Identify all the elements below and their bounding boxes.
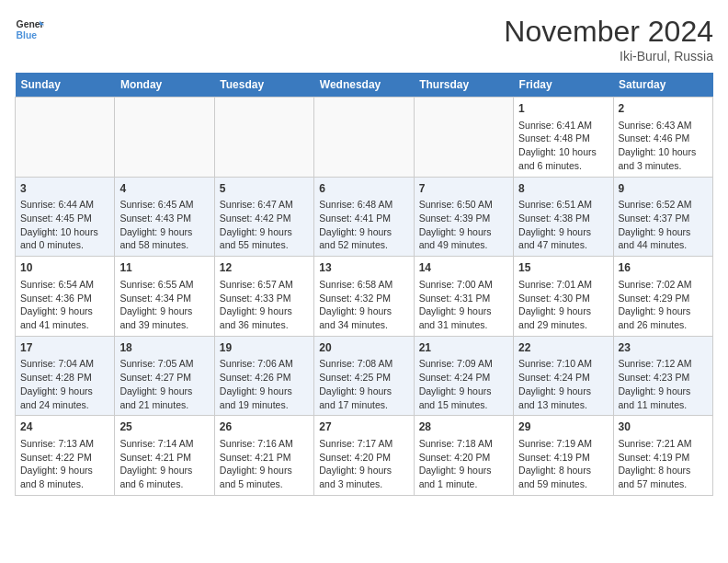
day-content-line: and 6 minutes.: [518, 159, 608, 173]
month-title: November 2024: [504, 15, 713, 49]
day-content-line: Daylight: 9 hours: [119, 464, 209, 477]
day-content-line: Sunrise: 7:13 AM: [20, 437, 109, 451]
day-content-line: Sunset: 4:24 PM: [518, 371, 608, 385]
day-content-line: Daylight: 9 hours: [319, 304, 408, 318]
day-content-line: Daylight: 9 hours: [220, 464, 309, 477]
day-content-line: and 57 minutes.: [619, 477, 708, 491]
day-content-line: and 21 minutes.: [119, 398, 209, 412]
day-number: 16: [619, 260, 708, 276]
day-content-line: Sunrise: 7:10 AM: [518, 357, 608, 371]
day-content-line: Daylight: 10 hours: [518, 145, 608, 159]
day-number: 21: [419, 340, 508, 356]
calendar-table: SundayMondayTuesdayWednesdayThursdayFrid…: [15, 73, 713, 496]
day-content-line: Sunset: 4:26 PM: [220, 371, 309, 385]
day-content-line: Daylight: 8 hours: [619, 464, 708, 477]
day-number: 9: [619, 181, 708, 197]
calendar-cell: 4Sunrise: 6:45 AMSunset: 4:43 PMDaylight…: [115, 177, 214, 257]
day-content-line: Sunset: 4:30 PM: [518, 292, 608, 305]
calendar-cell: 22Sunrise: 7:10 AMSunset: 4:24 PMDayligh…: [514, 336, 613, 416]
day-number: 23: [619, 340, 708, 356]
day-number: 14: [419, 260, 508, 276]
day-content-line: Daylight: 9 hours: [518, 225, 608, 239]
day-content-line: Sunrise: 7:18 AM: [419, 437, 508, 451]
day-content-line: Sunset: 4:34 PM: [119, 292, 209, 305]
calendar-cell: 27Sunrise: 7:17 AMSunset: 4:20 PMDayligh…: [314, 416, 414, 496]
header-friday: Friday: [514, 73, 613, 98]
day-content-line: Sunset: 4:43 PM: [119, 212, 209, 225]
day-content-line: Sunrise: 7:16 AM: [220, 437, 309, 451]
day-content-line: Sunset: 4:28 PM: [20, 371, 109, 385]
day-content-line: and 3 minutes.: [619, 159, 708, 173]
day-number: 28: [419, 419, 508, 435]
calendar-cell: 9Sunrise: 6:52 AMSunset: 4:37 PMDaylight…: [613, 177, 712, 257]
day-content-line: Daylight: 9 hours: [619, 225, 708, 239]
day-number: 1: [518, 101, 608, 117]
day-content-line: and 58 minutes.: [119, 238, 209, 252]
day-content-line: Sunset: 4:42 PM: [220, 212, 309, 225]
day-content-line: and 52 minutes.: [319, 238, 408, 252]
day-content-line: Sunrise: 7:08 AM: [319, 357, 408, 371]
day-content-line: Sunrise: 7:04 AM: [20, 357, 109, 371]
day-content-line: Sunrise: 7:06 AM: [220, 357, 309, 371]
day-content-line: Sunrise: 7:09 AM: [419, 357, 508, 371]
day-content-line: Sunrise: 6:50 AM: [419, 198, 508, 212]
header-sunday: Sunday: [16, 73, 115, 98]
day-number: 18: [119, 340, 209, 356]
day-number: 24: [20, 419, 109, 435]
day-content-line: Sunset: 4:20 PM: [419, 451, 508, 465]
day-content-line: and 55 minutes.: [220, 238, 309, 252]
day-number: 17: [20, 340, 109, 356]
day-content-line: Sunrise: 7:05 AM: [119, 357, 209, 371]
day-content-line: Sunset: 4:24 PM: [419, 371, 508, 385]
calendar-cell: 14Sunrise: 7:00 AMSunset: 4:31 PMDayligh…: [414, 257, 513, 337]
day-content-line: Sunset: 4:22 PM: [20, 451, 109, 465]
day-number: 20: [319, 340, 408, 356]
day-content-line: Sunset: 4:41 PM: [319, 212, 408, 225]
day-content-line: Sunrise: 6:47 AM: [220, 198, 309, 212]
day-content-line: Sunrise: 6:55 AM: [119, 278, 209, 292]
day-number: 7: [419, 181, 508, 197]
day-content-line: Daylight: 10 hours: [619, 145, 708, 159]
day-content-line: and 49 minutes.: [419, 238, 508, 252]
day-content-line: and 26 minutes.: [619, 318, 708, 332]
day-content-line: Sunrise: 7:01 AM: [518, 278, 608, 292]
day-content-line: Daylight: 10 hours: [20, 225, 109, 239]
calendar-cell: 20Sunrise: 7:08 AMSunset: 4:25 PMDayligh…: [314, 336, 414, 416]
day-content-line: Sunrise: 6:54 AM: [20, 278, 109, 292]
day-number: 10: [20, 260, 109, 276]
day-number: 3: [20, 181, 109, 197]
day-number: 26: [220, 419, 309, 435]
header-thursday: Thursday: [414, 73, 513, 98]
day-content-line: Daylight: 9 hours: [319, 225, 408, 239]
day-content-line: Sunrise: 6:51 AM: [518, 198, 608, 212]
header-tuesday: Tuesday: [214, 73, 313, 98]
calendar-cell: 1Sunrise: 6:41 AMSunset: 4:48 PMDaylight…: [514, 98, 613, 178]
day-content-line: Daylight: 9 hours: [20, 385, 109, 398]
day-content-line: Sunset: 4:32 PM: [319, 292, 408, 305]
calendar-cell: 13Sunrise: 6:58 AMSunset: 4:32 PMDayligh…: [314, 257, 414, 337]
calendar-cell: [314, 98, 414, 178]
day-content-line: Sunset: 4:31 PM: [419, 292, 508, 305]
day-number: 6: [319, 181, 408, 197]
day-content-line: and 0 minutes.: [20, 238, 109, 252]
day-content-line: Daylight: 9 hours: [419, 385, 508, 398]
day-content-line: Sunset: 4:20 PM: [319, 451, 408, 465]
day-content-line: Sunset: 4:21 PM: [220, 451, 309, 465]
day-content-line: Sunrise: 7:14 AM: [119, 437, 209, 451]
day-content-line: and 39 minutes.: [119, 318, 209, 332]
day-content-line: Sunset: 4:27 PM: [119, 371, 209, 385]
day-content-line: Sunrise: 6:52 AM: [619, 198, 708, 212]
day-content-line: Sunrise: 6:48 AM: [319, 198, 408, 212]
day-content-line: Sunset: 4:23 PM: [619, 371, 708, 385]
calendar-cell: 6Sunrise: 6:48 AMSunset: 4:41 PMDaylight…: [314, 177, 414, 257]
day-content-line: Daylight: 9 hours: [319, 385, 408, 398]
title-block: November 2024 Iki-Burul, Russia: [504, 15, 713, 63]
day-content-line: Sunrise: 7:02 AM: [619, 278, 708, 292]
week-row-4: 17Sunrise: 7:04 AMSunset: 4:28 PMDayligh…: [16, 336, 713, 416]
calendar-cell: 18Sunrise: 7:05 AMSunset: 4:27 PMDayligh…: [115, 336, 214, 416]
day-content-line: Sunrise: 7:21 AM: [619, 437, 708, 451]
day-content-line: Daylight: 9 hours: [419, 225, 508, 239]
calendar-cell: 16Sunrise: 7:02 AMSunset: 4:29 PMDayligh…: [613, 257, 712, 337]
calendar-cell: 12Sunrise: 6:57 AMSunset: 4:33 PMDayligh…: [214, 257, 313, 337]
day-content-line: and 19 minutes.: [220, 398, 309, 412]
